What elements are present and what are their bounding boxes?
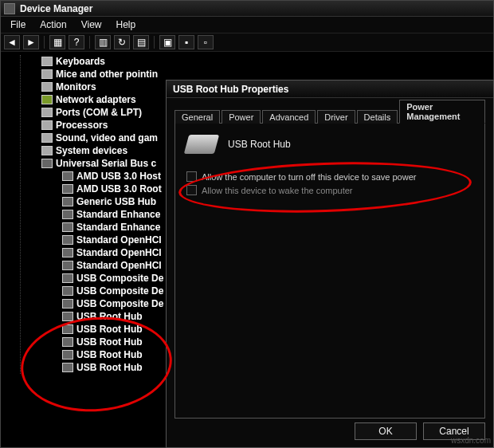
option-allow-wake: Allow this device to wake the computer (186, 185, 473, 195)
keyboard-icon (41, 57, 53, 66)
tree-label: Processors (56, 120, 108, 131)
menu-file[interactable]: File (4, 18, 32, 32)
usb-icon (62, 363, 73, 372)
dialog-body: General Power Advanced Driver Details Po… (167, 98, 493, 417)
tab-details[interactable]: Details (357, 110, 398, 124)
tree-label: USB Root Hub (76, 336, 143, 348)
tool-config-icon[interactable]: ▤ (133, 35, 149, 49)
separator (44, 36, 45, 49)
tree-label: Standard Enhance (76, 209, 160, 220)
checkbox-icon[interactable] (186, 171, 197, 182)
ok-button[interactable]: OK (355, 422, 417, 440)
tree-label: Sound, video and gam (56, 132, 158, 143)
tab-panel: USB Root Hub Allow the computer to turn … (174, 124, 485, 419)
tree-label: Network adapters (56, 94, 136, 105)
usb-icon (62, 222, 73, 232)
menu-help[interactable]: Help (110, 18, 143, 32)
back-button[interactable]: ◄ (4, 35, 20, 49)
menu-action[interactable]: Action (33, 18, 73, 32)
usb-icon (62, 273, 73, 283)
separator (89, 36, 90, 49)
tree-label: USB Composite De (76, 285, 163, 297)
usb-icon (62, 235, 73, 245)
sound-icon (41, 133, 53, 143)
tree-label: USB Composite De (76, 273, 163, 284)
cpu-icon (41, 120, 53, 130)
tool-scan-icon[interactable]: ▥ (95, 35, 111, 49)
system-icon (41, 146, 53, 155)
tool-help-icon[interactable]: ? (69, 35, 84, 49)
tree-keyboards[interactable]: Keyboards (21, 55, 493, 68)
menu-view[interactable]: View (75, 18, 108, 32)
tab-advanced[interactable]: Advanced (262, 110, 316, 124)
tree-label: Ports (COM & LPT) (56, 107, 142, 118)
forward-button[interactable]: ► (23, 35, 39, 49)
usb-icon (62, 299, 73, 308)
usb-hub-icon (184, 135, 219, 154)
tree-label: Generic USB Hub (76, 196, 156, 207)
tree-label: USB Root Hub (76, 311, 143, 322)
titlebar[interactable]: Device Manager (1, 1, 493, 17)
device-name: USB Root Hub (228, 139, 291, 150)
tree-label: AMD USB 3.0 Host (76, 171, 161, 182)
monitor-icon (41, 82, 53, 92)
tool-refresh-icon[interactable]: ↻ (114, 35, 130, 49)
usb-icon (62, 248, 73, 257)
dialog-titlebar[interactable]: USB Root Hub Properties (167, 81, 493, 98)
tree-label: System devices (56, 145, 127, 156)
option-allow-turn-off[interactable]: Allow the computer to turn off this devi… (186, 171, 473, 182)
tree-label: AMD USB 3.0 Root (76, 183, 162, 195)
network-icon (41, 95, 53, 104)
usb-controller-icon (41, 159, 53, 168)
app-icon (4, 3, 15, 14)
usb-icon (62, 350, 73, 360)
usb-icon (62, 312, 73, 321)
tree-label: Standard OpenHCI (76, 260, 162, 271)
properties-dialog: USB Root Hub Properties General Power Ad… (166, 80, 494, 448)
tree-label: USB Root Hub (76, 349, 143, 360)
tool-properties-icon[interactable]: ▦ (49, 35, 65, 49)
tree-label: USB Root Hub (76, 362, 143, 373)
separator (154, 36, 155, 49)
tab-driver[interactable]: Driver (317, 110, 355, 124)
tool-disable-icon[interactable]: ▫ (198, 35, 214, 49)
tree-label: Universal Serial Bus c (56, 158, 156, 169)
tree-label: Standard OpenHCI (76, 247, 162, 258)
tree-label: Standard OpenHCI (76, 234, 162, 246)
usb-icon (62, 210, 73, 219)
usb-icon (62, 261, 73, 270)
option-label: Allow the computer to turn off this devi… (202, 172, 416, 182)
watermark: wsxdn.com (451, 436, 491, 445)
tool-uninstall-icon[interactable]: ▪ (178, 35, 194, 49)
toolbar: ◄ ► ▦ ? ▥ ↻ ▤ ▣ ▪ ▫ (1, 33, 493, 52)
tree-label: Mice and other pointin (56, 69, 158, 80)
tab-power-management[interactable]: Power Management (399, 100, 485, 124)
usb-icon (62, 337, 73, 347)
usb-icon (62, 197, 73, 206)
dialog-title: USB Root Hub Properties (173, 84, 288, 95)
port-icon (41, 108, 53, 117)
tree-mice[interactable]: Mice and other pointin (21, 68, 493, 81)
tool-update-icon[interactable]: ▣ (159, 35, 175, 49)
usb-icon (62, 171, 73, 181)
tab-strip: General Power Advanced Driver Details Po… (174, 106, 485, 124)
mouse-icon (41, 69, 53, 79)
checkbox-icon (186, 185, 197, 195)
dialog-buttons: OK Cancel (167, 417, 493, 446)
tab-power[interactable]: Power (222, 110, 261, 124)
tab-general[interactable]: General (174, 110, 220, 124)
usb-icon (62, 286, 73, 296)
tree-label: Keyboards (56, 56, 105, 67)
tree-label: USB Root Hub (76, 324, 143, 335)
device-header: USB Root Hub (186, 135, 473, 154)
usb-icon (62, 324, 73, 334)
option-label: Allow this device to wake the computer (202, 186, 353, 195)
tree-label: Standard Enhance (76, 222, 160, 233)
usb-icon (62, 184, 73, 194)
tree-label: Monitors (56, 81, 96, 92)
tree-label: USB Composite De (76, 298, 163, 309)
menubar: File Action View Help (1, 17, 493, 33)
title-text: Device Manager (20, 3, 92, 14)
